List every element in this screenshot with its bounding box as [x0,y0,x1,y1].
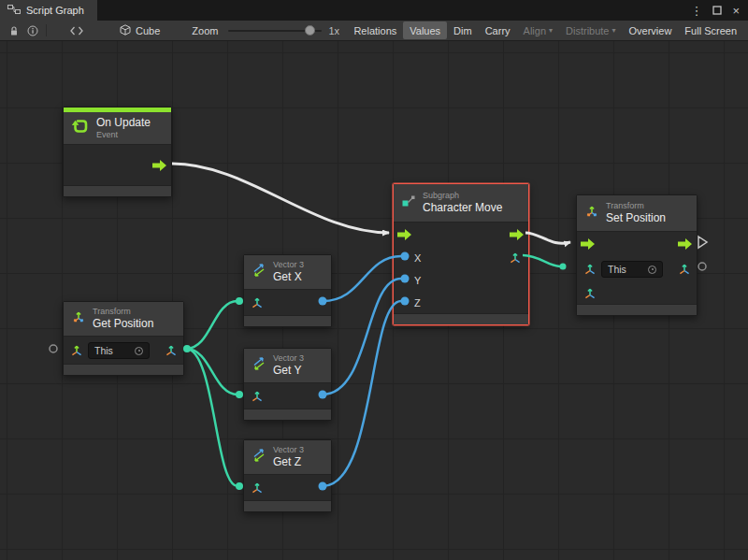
vector-input-port-icon[interactable] [250,295,265,314]
close-icon[interactable]: × [732,5,740,17]
node-footer [64,185,171,196]
toolbar-separator [46,24,47,36]
vector-input-port-icon[interactable] [250,481,265,499]
get-y-header: Vector 3 Get Y [244,349,331,382]
get-position-body: This [64,336,183,364]
node-get-x[interactable]: Vector 3 Get X [243,254,332,327]
this-field-value: This [94,345,113,356]
getx-input-dot[interactable] [236,297,243,305]
this-object-field[interactable]: This [601,261,663,278]
node-footer [244,500,331,511]
event-loop-icon [71,117,90,139]
set-position-title: Set Position [606,211,666,225]
position-output-port-icon[interactable] [164,343,179,362]
node-get-y[interactable]: Vector 3 Get Y [243,348,332,421]
get-x-body [244,289,331,315]
node-get-z[interactable]: Vector 3 Get Z [243,439,332,512]
transform-icon [71,309,86,328]
unconnected-this-stub[interactable] [50,345,57,352]
unconnected-value-stub[interactable] [698,263,706,270]
values-button[interactable]: Values [403,22,447,39]
wire-onupdate-to-charactermove [172,164,389,233]
on-update-category: Event [96,130,151,140]
wire-charactermove-to-setposition [525,233,570,243]
graph-owner[interactable]: Cube [116,24,164,37]
node-on-update[interactable]: On Update Event [63,107,172,197]
getposition-output-dot[interactable] [183,345,191,352]
transform-output-port-icon[interactable] [508,251,523,269]
object-picker-icon[interactable] [135,347,143,355]
character-move-category: Subgraph [423,191,502,201]
cube-icon [120,24,131,37]
port-label-x: X [414,251,421,265]
fullscreen-button[interactable]: Full Screen [678,22,743,39]
window-tab-bar: Script Graph ⋮ × [0,0,748,21]
flow-output-port[interactable] [510,229,525,240]
tab-script-graph[interactable]: Script Graph [0,0,97,21]
node-get-position[interactable]: Transform Get Position This [63,301,184,376]
gety-input-dot[interactable] [236,391,243,398]
get-position-category: Transform [93,307,153,317]
overview-button[interactable]: Overview [623,22,679,39]
flow-input-port[interactable] [397,229,412,240]
vector-input-port-icon[interactable] [250,389,265,408]
set-position-category: Transform [606,201,666,211]
dropdown-caret-icon: ▾ [549,27,553,35]
zoom-slider[interactable] [228,30,322,32]
transform-port-icon[interactable] [69,343,84,362]
flow-output-port[interactable] [152,160,167,171]
vector3-icon [252,263,266,281]
flow-output-port[interactable] [678,238,693,250]
character-move-body: X Y Z [394,222,528,313]
this-input-port-icon[interactable] [583,262,597,280]
info-icon[interactable] [23,22,42,39]
on-update-title: On Update [96,116,151,130]
zoom-slider-handle[interactable] [305,25,315,36]
node-footer [577,304,697,315]
get-x-title: Get X [273,270,304,284]
get-x-header: Vector 3 Get X [244,255,331,289]
distribute-button[interactable]: Distribute ▾ [559,22,622,39]
vector3-icon [252,356,266,375]
wire-getz-to-z [323,301,401,486]
relations-button[interactable]: Relations [347,22,403,39]
get-z-category: Vector 3 [273,445,304,455]
set-position-body: This [577,231,697,304]
position-value-port-icon[interactable] [583,286,597,305]
object-picker-icon[interactable] [648,266,656,274]
kebab-menu-icon[interactable]: ⋮ [690,5,702,17]
set-position-header: Transform Set Position [577,195,697,231]
zoom-value: 1x [328,25,343,36]
this-port-dot[interactable] [560,264,567,270]
get-x-category: Vector 3 [273,260,304,270]
tab-title: Script Graph [26,5,84,16]
zoom-label: Zoom [188,25,222,36]
carry-button[interactable]: Carry [479,22,517,39]
wire-getposition-to-getx [186,301,237,349]
dim-button[interactable]: Dim [447,22,479,39]
graph-owner-label: Cube [136,25,160,36]
get-z-header: Vector 3 Get Z [244,440,331,474]
align-button[interactable]: Align ▾ [517,22,559,39]
getz-input-dot[interactable] [236,482,243,490]
graph-canvas[interactable]: On Update Event Transform Get Position T… [0,41,748,560]
on-update-body [64,144,171,185]
lock-icon[interactable] [5,22,23,39]
node-set-position[interactable]: Transform Set Position This [576,194,698,316]
flow-input-port[interactable] [581,238,596,250]
character-move-title: Character Move [423,201,502,215]
code-icon[interactable] [67,22,86,39]
flow-out-stub-icon[interactable] [698,237,707,248]
get-position-title: Get Position [93,317,153,331]
get-y-body [244,382,331,409]
this-object-field[interactable]: This [88,342,150,359]
get-position-header: Transform Get Position [64,302,183,336]
distribute-label: Distribute [566,25,609,36]
transform-result-port-icon[interactable] [677,262,692,280]
maximize-icon[interactable] [712,6,722,15]
get-z-body [244,474,331,500]
wire-getposition-to-gety [186,349,237,395]
wire-gety-to-y [323,279,401,395]
node-character-move[interactable]: Subgraph Character Move X Y Z [393,183,529,325]
port-label-z: Z [414,296,421,309]
